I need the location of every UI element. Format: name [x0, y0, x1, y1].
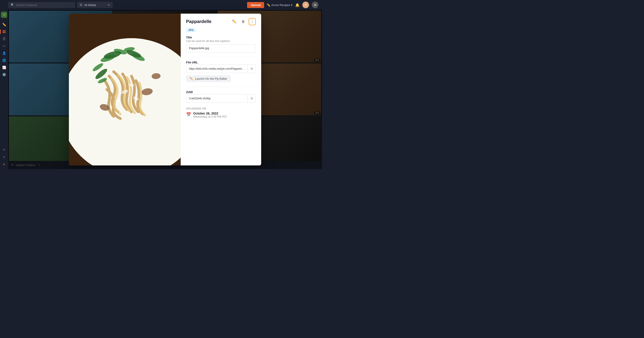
- pasta-image: [69, 14, 181, 166]
- sidebar-item-contacts[interactable]: 👤: [1, 50, 7, 56]
- detail-title: Pappardelle: [186, 19, 231, 24]
- avatar[interactable]: A: [302, 1, 309, 8]
- edit-icon: ✏️: [267, 3, 270, 7]
- media-detail-modal: Pappardelle ✏️ 🗑 ⋮ JPG Title Can be used…: [69, 14, 261, 166]
- detail-header: Pappardelle ✏️ 🗑 ⋮: [186, 18, 256, 25]
- all-media-tab[interactable]: 🖼 All Media ✕: [77, 2, 113, 8]
- divider-2: [186, 87, 256, 87]
- sidebar-item-globe[interactable]: 🌐: [1, 57, 7, 63]
- title-field-input[interactable]: Pappardelle.jpg: [186, 44, 256, 52]
- search-box[interactable]: 🔍: [8, 2, 75, 8]
- dropdown-icon: ▾: [291, 3, 292, 7]
- copy-url-button[interactable]: ⧉: [248, 65, 256, 73]
- media-tab-icon: 🖼: [80, 3, 82, 6]
- zuid-field-section: ZUID 3-eb52b46-vfv0bp ⧉: [186, 90, 256, 103]
- uploaded-date-area: October 26, 2022 Wednesday at 3:48 PM PD…: [193, 112, 227, 118]
- divider-1: [186, 57, 256, 57]
- sidebar-bottom: + ≡ ●: [1, 147, 7, 169]
- launch-editor-button[interactable]: ✏️ Launch On the Fly Editor: [186, 75, 231, 82]
- modal-image-panel: [69, 14, 181, 166]
- edit-button[interactable]: ✏️: [231, 18, 238, 25]
- launch-editor-label: Launch On the Fly Editor: [195, 77, 227, 80]
- sidebar-item-settings[interactable]: ⚙️: [1, 71, 7, 78]
- media-tab-label: All Media: [84, 3, 96, 7]
- top-bar: 🔍 🖼 All Media ✕ Upload ✏️ Acme Recipes ▾…: [0, 0, 322, 10]
- uploaded-label: UPLOADED ON: [186, 107, 256, 110]
- file-url-section: File URL https://bd1c4vfs.media.zestyio.…: [186, 61, 256, 82]
- file-type-badge: JPG: [186, 28, 196, 32]
- sidebar-item-alert[interactable]: ●: [1, 161, 7, 167]
- search-input[interactable]: [16, 3, 72, 7]
- top-right-area: Upload ✏️ Acme Recipes ▾ 🔔 A ✕: [247, 1, 322, 8]
- sidebar: 🌿 ✏️ 🖼 🗄 </> 👤 🌐 📈 ⚙️ + ≡ ●: [0, 10, 8, 169]
- copy-zuid-button[interactable]: ⧉: [248, 94, 256, 102]
- sidebar-item-chart[interactable]: 📈: [1, 64, 7, 71]
- uploaded-section: UPLOADED ON 📅 October 26, 2022 Wednesday…: [186, 107, 256, 118]
- modal-detail-panel: Pappardelle ✏️ 🗑 ⋮ JPG Title Can be used…: [181, 14, 261, 166]
- sidebar-logo[interactable]: 🌿: [1, 12, 7, 18]
- title-field-sublabel: Can be used for alt-text and captions: [186, 39, 256, 43]
- instance-name[interactable]: ✏️ Acme Recipes ▾: [267, 3, 292, 7]
- sidebar-item-edit[interactable]: ✏️: [1, 21, 7, 28]
- sidebar-item-database[interactable]: 🗄: [1, 36, 7, 42]
- close-tab-button[interactable]: ✕: [107, 3, 110, 7]
- upload-button[interactable]: Upload: [247, 2, 264, 8]
- zuid-row: 3-eb52b46-vfv0bp ⧉: [186, 94, 256, 103]
- close-window-button[interactable]: ✕: [312, 1, 318, 8]
- file-url-label: File URL: [186, 61, 256, 64]
- more-options-button[interactable]: ⋮: [249, 18, 256, 25]
- sidebar-item-list[interactable]: ≡: [1, 154, 7, 160]
- title-field-section: Title Can be used for alt-text and capti…: [186, 36, 256, 52]
- calendar-icon: 📅: [186, 112, 191, 117]
- uploaded-row: 📅 October 26, 2022 Wednesday at 3:48 PM …: [186, 112, 256, 118]
- instance-label: Acme Recipes: [271, 3, 290, 7]
- search-icon: 🔍: [11, 3, 14, 6]
- file-url-value: https://bd1c4vfs.media.zestyio.com/Pappa…: [186, 65, 248, 72]
- notifications-icon[interactable]: 🔔: [295, 3, 300, 7]
- delete-button[interactable]: 🗑: [240, 18, 247, 25]
- sidebar-item-add[interactable]: +: [1, 147, 7, 153]
- uploaded-time: Wednesday at 3:48 PM PDT: [193, 115, 227, 118]
- sidebar-item-code[interactable]: </>: [1, 43, 7, 49]
- sidebar-item-media[interactable]: 🖼: [1, 28, 7, 35]
- zuid-value: 3-eb52b46-vfv0bp: [186, 95, 248, 102]
- detail-actions: ✏️ 🗑 ⋮: [231, 18, 256, 25]
- modal-overlay[interactable]: Pappardelle ✏️ 🗑 ⋮ JPG Title Can be used…: [8, 10, 322, 169]
- uploaded-date: October 26, 2022: [193, 112, 227, 115]
- title-field-label: Title: [186, 36, 256, 39]
- launch-editor-icon: ✏️: [190, 77, 193, 80]
- file-url-row: https://bd1c4vfs.media.zestyio.com/Pappa…: [186, 64, 256, 73]
- zuid-label: ZUID: [186, 90, 256, 94]
